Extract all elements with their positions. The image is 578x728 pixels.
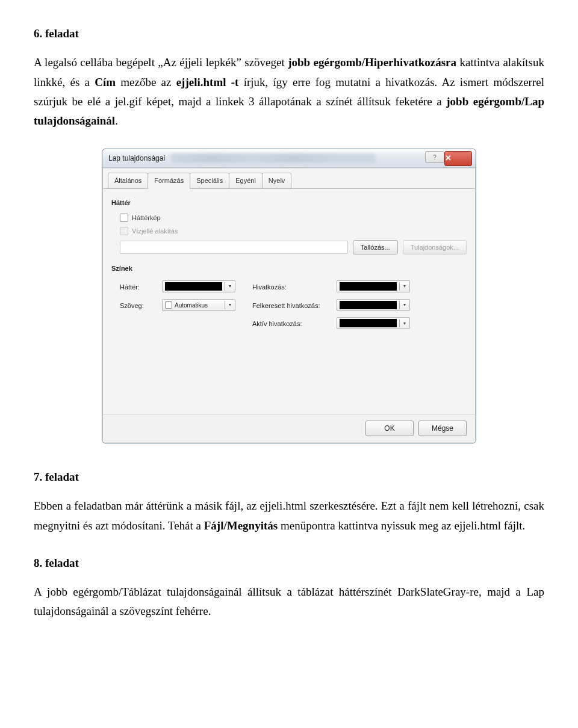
help-button[interactable]: ?	[425, 151, 444, 163]
watermark-label: Vízjellé alakítás	[132, 226, 178, 237]
dialog-title: Lap tulajdonságai	[106, 152, 165, 164]
bold-text: ejjeli.html -t	[176, 76, 239, 88]
color-swatch	[340, 301, 397, 309]
chevron-down-icon: ▾	[399, 319, 409, 328]
checkbox-icon	[120, 227, 128, 235]
close-icon: ✕	[445, 153, 452, 162]
checkbox-icon[interactable]	[120, 214, 128, 222]
color-swatch	[340, 282, 397, 291]
properties-button: Tulajdonságok...	[403, 240, 467, 254]
cancel-button[interactable]: Mégse	[418, 421, 467, 436]
title-blur	[171, 153, 376, 163]
dialog-titlebar[interactable]: Lap tulajdonságai ? ✕	[102, 149, 476, 168]
background-image-label: Háttérkép	[132, 212, 161, 224]
task8-heading: 8. feladat	[34, 554, 544, 573]
chevron-down-icon: ▾	[225, 301, 235, 309]
chevron-down-icon: ▾	[399, 301, 409, 309]
background-image-checkbox-row[interactable]: Háttérkép	[120, 212, 467, 224]
visited-link-color-combo[interactable]: ▾	[337, 299, 410, 311]
bold-text: jobb egérgomb/Hiperhivatkozásra	[288, 56, 456, 69]
color-swatch	[165, 282, 222, 291]
checkbox-icon	[165, 301, 172, 309]
browse-button[interactable]: Tallózás...	[353, 240, 398, 254]
chevron-down-icon: ▾	[399, 282, 409, 291]
colors-group-title: Színek	[111, 263, 467, 274]
help-icon: ?	[433, 152, 437, 162]
chevron-down-icon: ▾	[225, 282, 235, 291]
tab-strip: Általános Formázás Speciális Egyéni Nyel…	[103, 168, 475, 188]
tab-general[interactable]: Általános	[108, 173, 148, 188]
close-button[interactable]: ✕	[444, 151, 472, 165]
tab-custom[interactable]: Egyéni	[229, 173, 263, 188]
text-color-combo[interactable]: Automatikus ▾	[162, 299, 235, 311]
task8-paragraph: A jobb egérgomb/Táblázat tulajdonságainá…	[34, 582, 544, 622]
background-color-combo[interactable]: ▾	[162, 280, 235, 292]
label-link: Hivatkozás:	[252, 282, 337, 293]
label-visited-link: Felkeresett hivatkozás:	[252, 300, 337, 312]
active-link-color-combo[interactable]: ▾	[337, 317, 410, 329]
label-background: Háttér:	[120, 282, 162, 293]
tab-language[interactable]: Nyelv	[262, 173, 292, 188]
label-active-link: Aktív hivatkozás:	[252, 318, 337, 330]
text: menüpontra kattintva nyissuk meg az ejje…	[278, 519, 525, 532]
task7-heading: 7. feladat	[34, 467, 544, 487]
bold-text: Cím	[95, 76, 116, 88]
text: A legalsó cellába begépelt „Az éjjeli le…	[34, 56, 288, 69]
task6-heading: 6. feladat	[34, 24, 544, 43]
task6-paragraph: A legalsó cellába begépelt „Az éjjeli le…	[34, 53, 544, 131]
task7-paragraph: Ebben a feladatban már áttérünk a másik …	[34, 496, 544, 535]
link-color-combo[interactable]: ▾	[337, 280, 410, 292]
color-swatch	[340, 319, 397, 327]
tab-special[interactable]: Speciális	[190, 173, 229, 188]
text: .	[115, 114, 118, 127]
bold-text: Fájl/Megnyitás	[204, 519, 278, 532]
automatic-label: Automatikus	[175, 300, 208, 310]
page-properties-dialog: Lap tulajdonságai ? ✕ Általános Formázás…	[102, 149, 476, 443]
tab-formatting[interactable]: Formázás	[148, 173, 190, 189]
text: mezőbe az	[116, 76, 176, 88]
background-path-input[interactable]	[120, 241, 348, 254]
background-group-title: Háttér	[111, 197, 467, 209]
label-text: Szöveg:	[120, 300, 162, 312]
ok-button[interactable]: OK	[365, 421, 414, 436]
watermark-checkbox-row: Vízjellé alakítás	[120, 226, 467, 237]
